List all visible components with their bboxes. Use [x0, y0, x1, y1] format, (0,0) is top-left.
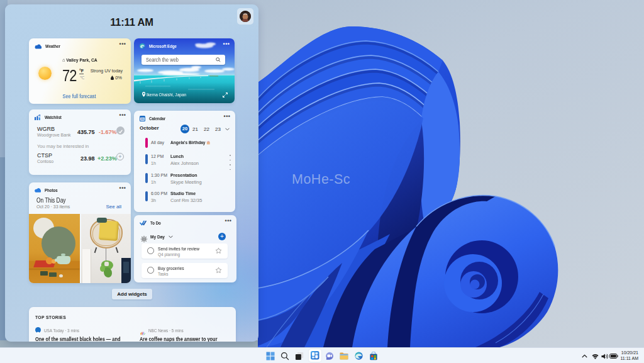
svg-text:31: 31: [141, 118, 145, 121]
